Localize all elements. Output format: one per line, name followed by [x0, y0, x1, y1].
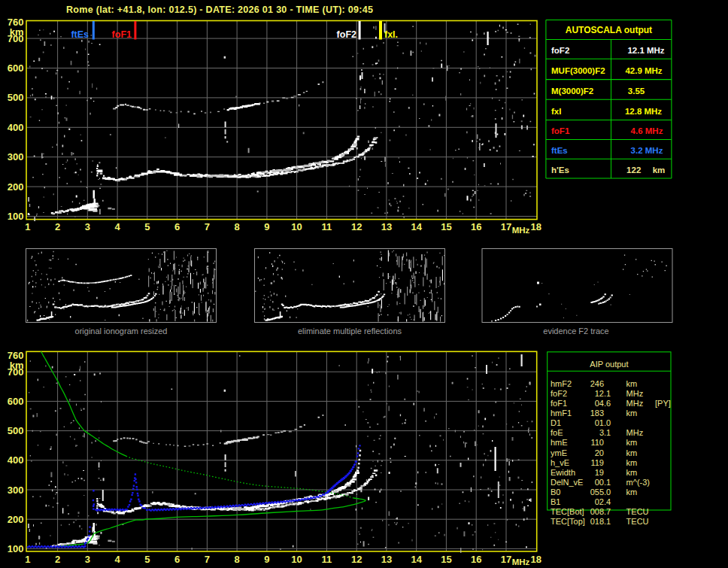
svg-text:MHz: MHz: [512, 226, 530, 235]
svg-text:700: 700: [8, 33, 24, 44]
svg-text:evidence F2 trace: evidence F2 trace: [543, 327, 608, 336]
svg-text:h'Es: h'Es: [551, 166, 569, 175]
svg-text:12.1 MHz: 12.1 MHz: [627, 46, 664, 55]
svg-text:300: 300: [8, 484, 24, 496]
svg-text:3: 3: [85, 554, 90, 565]
svg-text:13: 13: [381, 554, 392, 565]
svg-text:.0: .0: [604, 418, 611, 427]
svg-text:B0: B0: [551, 488, 560, 497]
svg-text:16: 16: [471, 554, 481, 565]
svg-text:MHz: MHz: [512, 557, 530, 566]
svg-text:MHz: MHz: [626, 389, 644, 398]
svg-text:5: 5: [144, 554, 150, 565]
svg-text:km: km: [626, 488, 638, 497]
svg-text:6: 6: [174, 554, 180, 565]
svg-text:8: 8: [234, 221, 239, 232]
svg-text:8: 8: [234, 554, 239, 565]
svg-text:2: 2: [55, 554, 60, 565]
svg-text:300: 300: [8, 151, 24, 163]
svg-text:13: 13: [381, 221, 392, 232]
svg-text:7: 7: [205, 221, 210, 232]
svg-text:TECU: TECU: [626, 507, 649, 516]
svg-text:km: km: [626, 458, 638, 467]
svg-text:.1: .1: [604, 428, 611, 437]
svg-text:01: 01: [595, 418, 604, 427]
svg-text:19: 19: [595, 468, 604, 477]
svg-text:.1: .1: [604, 389, 611, 398]
svg-text:183: 183: [590, 409, 604, 418]
svg-text:TEC[Top]: TEC[Top]: [551, 517, 585, 526]
svg-text:15: 15: [441, 554, 451, 565]
svg-text:9: 9: [264, 554, 269, 565]
svg-text:2: 2: [55, 221, 60, 232]
svg-text:MUF(3000)F2: MUF(3000)F2: [551, 66, 605, 75]
svg-text:km: km: [626, 438, 638, 447]
svg-text:M(3000)F2: M(3000)F2: [551, 87, 593, 96]
svg-text:100: 100: [8, 543, 24, 554]
svg-text:.1: .1: [604, 478, 611, 487]
svg-text:D1: D1: [551, 418, 561, 427]
svg-text:AIP output: AIP output: [590, 360, 628, 369]
svg-text:5: 5: [144, 221, 150, 232]
svg-text:km: km: [626, 448, 638, 457]
svg-text:18: 18: [530, 554, 541, 565]
svg-text:17: 17: [501, 221, 511, 232]
svg-text:12: 12: [595, 389, 604, 398]
svg-text:4: 4: [114, 221, 120, 232]
svg-text:500: 500: [8, 92, 24, 103]
svg-text:1: 1: [25, 221, 30, 232]
svg-text:1: 1: [25, 554, 30, 565]
svg-text:foF2: foF2: [551, 389, 567, 398]
svg-text:km: km: [626, 468, 638, 477]
svg-text:TECU: TECU: [626, 517, 649, 526]
svg-text:3.55: 3.55: [628, 87, 645, 96]
svg-text:ftEs: ftEs: [71, 29, 89, 40]
svg-text:fxI: fxI: [551, 107, 561, 116]
svg-text:hmF1: hmF1: [551, 409, 572, 418]
svg-text:00: 00: [595, 478, 604, 487]
svg-text:km: km: [653, 166, 666, 175]
svg-text:foF1: foF1: [551, 126, 570, 135]
svg-text:018: 018: [590, 517, 604, 526]
svg-text:ymE: ymE: [551, 448, 567, 457]
svg-text:h_vE: h_vE: [551, 458, 569, 467]
svg-text:MHz: MHz: [626, 399, 644, 408]
svg-text:foF1: foF1: [112, 29, 132, 40]
svg-text:4: 4: [114, 554, 120, 565]
svg-text:04: 04: [595, 399, 604, 408]
svg-text:.4: .4: [604, 497, 611, 506]
svg-text:Rome (lat: +41.8, lon: 012.5): Rome (lat: +41.8, lon: 012.5) - DATE: 20…: [66, 5, 373, 15]
svg-text:.1: .1: [604, 517, 611, 526]
svg-text:17: 17: [501, 554, 511, 565]
svg-text:12.8 MHz: 12.8 MHz: [625, 107, 662, 116]
svg-text:foF1: foF1: [551, 399, 567, 408]
svg-text:6: 6: [174, 221, 180, 232]
svg-text:hmF2: hmF2: [551, 379, 572, 388]
svg-text:km: km: [626, 409, 638, 418]
svg-text:7: 7: [205, 554, 210, 565]
svg-text:100: 100: [8, 211, 24, 222]
svg-text:700: 700: [8, 366, 24, 378]
svg-text:42.9 MHz: 42.9 MHz: [625, 66, 662, 75]
svg-text:9: 9: [264, 221, 269, 232]
svg-text:18: 18: [530, 221, 541, 232]
svg-text:15: 15: [441, 221, 451, 232]
svg-text:10: 10: [291, 221, 302, 232]
svg-text:600: 600: [8, 396, 24, 407]
svg-text:14: 14: [411, 221, 422, 232]
svg-text:.0: .0: [604, 488, 611, 497]
svg-text:eliminate multiple reflections: eliminate multiple reflections: [298, 327, 402, 336]
svg-text:foF2: foF2: [337, 29, 356, 40]
svg-text:B1: B1: [551, 497, 560, 506]
svg-text:500: 500: [8, 425, 24, 436]
svg-text:TEC[Bot]: TEC[Bot]: [551, 507, 584, 516]
svg-text:110: 110: [590, 438, 604, 447]
svg-text:600: 600: [8, 62, 24, 74]
svg-text:10: 10: [291, 554, 302, 565]
svg-text:008: 008: [590, 507, 604, 516]
svg-text:400: 400: [8, 122, 24, 133]
svg-text:119: 119: [590, 458, 604, 467]
svg-text:original ionogram resized: original ionogram resized: [75, 327, 168, 336]
svg-text:02: 02: [595, 497, 604, 506]
svg-text:DelN_vE: DelN_vE: [551, 478, 583, 487]
